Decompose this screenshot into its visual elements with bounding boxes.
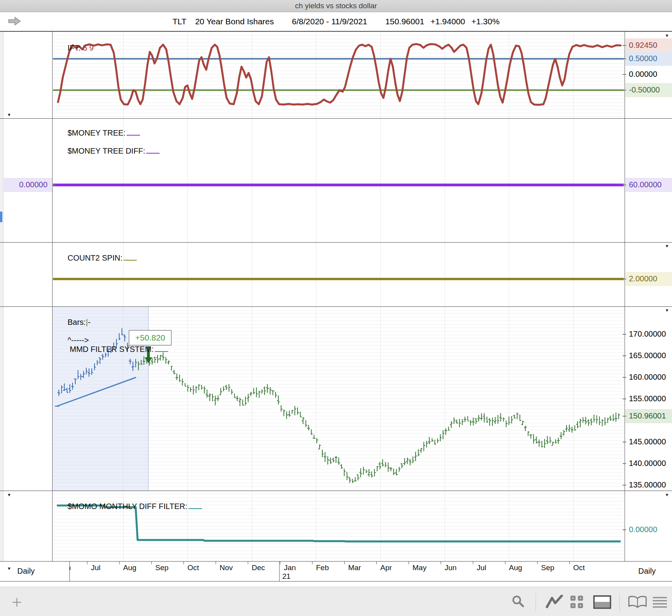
month-label: Feb (316, 563, 329, 572)
annotation-arrow-text: ^-----> (67, 336, 89, 344)
pane3-collapse-icon[interactable]: ▾ (666, 243, 668, 248)
axis-tick (623, 58, 626, 59)
last-price-axis-label: 150.96001 (625, 409, 672, 423)
window-titlebar[interactable]: ch yields vs stocks dollar (0, 0, 672, 12)
axis-tick (623, 355, 626, 356)
pane2-collapse-icon[interactable]: ▾ (8, 112, 11, 117)
left-gutter (4, 31, 52, 581)
month-tick (505, 561, 505, 564)
pane3-label: COUNT2 SPIN: (59, 245, 137, 272)
pane-separator-3[interactable] (0, 306, 672, 307)
plot-left-border (52, 31, 53, 581)
header-separator (0, 31, 672, 32)
axis-tick (623, 399, 626, 399)
axis-tick (623, 74, 626, 75)
ift-params: 5 9 (83, 43, 94, 52)
month-label: Oct (187, 563, 199, 572)
right-timeframe-button[interactable]: Daily (625, 561, 672, 581)
pane5-collapse-icon[interactable]: ▾ (666, 492, 668, 497)
month-label: Aug (123, 563, 136, 572)
year-separator (279, 561, 280, 581)
price-axis-label: 135.00000 (625, 478, 672, 492)
pane4-collapse-icon[interactable]: ▾ (666, 308, 668, 313)
axis-tick (623, 485, 626, 486)
book-icon[interactable] (627, 595, 648, 611)
month-label: Jul (477, 563, 486, 572)
pane2-label: $MONEY TREE: $MONEY TREE DIFF: (59, 120, 160, 165)
price-change: +1.94000 (430, 17, 465, 26)
count2-value-blank (124, 254, 137, 261)
zoom-icon[interactable] (511, 595, 525, 611)
year-label: 21 (282, 572, 291, 581)
money-tree-diff-value-blank (146, 147, 160, 154)
pane1-collapse-icon[interactable]: ▾ (666, 33, 668, 38)
month-tick (119, 561, 120, 564)
momo-value-blank (189, 502, 202, 509)
price-axis-label: 165.00000 (625, 349, 672, 363)
symbol: TLT (173, 17, 187, 26)
list-icon[interactable] (652, 596, 668, 610)
timeframe-collapse-icon[interactable]: ▾ (8, 566, 11, 571)
money-tree-value-blank (127, 129, 140, 136)
month-tick (537, 561, 538, 564)
add-icon[interactable] (11, 596, 23, 610)
money-tree-left-axis-label: 0.00000 (3, 178, 52, 192)
axis-tick (623, 416, 626, 417)
pane-separator-2[interactable] (0, 242, 672, 243)
axis-tick (623, 185, 626, 185)
ift-pane-series (53, 44, 624, 105)
month-label: Apr (380, 563, 392, 572)
pane5-label: $MOMO MONTHLY DIFF FILTER: (59, 493, 202, 520)
month-label: Jul (91, 563, 100, 572)
pane-separator-4[interactable] (0, 491, 672, 491)
chart-header: TLT 20 Year Bond Ishares 6/8/2020 - 11/9… (0, 12, 672, 31)
month-tick (376, 561, 377, 564)
date-range: 6/8/2020 - 11/9/2021 (292, 17, 367, 26)
date-axis[interactable]: JunJulAugSepOctNovDecJanFebMarAprMayJunJ… (0, 561, 672, 581)
month-tick (473, 561, 473, 564)
axis-tick (52, 185, 56, 185)
toolbar-divider-2 (619, 593, 620, 611)
window-title: ch yields vs stocks dollar (295, 2, 377, 10)
header-quote-line: TLT 20 Year Bond Ishares 6/8/2020 - 11/9… (0, 12, 672, 31)
month-label: Sep (541, 563, 554, 572)
month-label: Nov (220, 563, 233, 572)
price-axis-label: 160.00000 (625, 370, 672, 384)
axis-tick (623, 334, 626, 335)
charting-app-window: ch yields vs stocks dollar TLT 20 Year B… (0, 0, 672, 616)
flash-chart-icon[interactable] (546, 595, 563, 611)
axis-tick (623, 90, 626, 91)
right-axis-gutter[interactable] (625, 31, 672, 581)
axis-tick (623, 377, 626, 378)
pane-separator-1[interactable] (0, 118, 672, 119)
scroll-position-marker[interactable] (0, 212, 2, 222)
axis-tick (623, 463, 626, 464)
toolbar-divider-1 (536, 593, 536, 611)
pane5-left-collapse-icon[interactable]: ▾ (8, 492, 11, 497)
month-tick (409, 561, 409, 564)
month-tick (183, 561, 184, 564)
month-label: May (412, 563, 427, 572)
month-label: Jun (445, 563, 457, 572)
price-axis-label: 155.00000 (625, 392, 672, 406)
month-tick (312, 561, 312, 564)
month-tick (280, 561, 280, 564)
month-tick (87, 561, 87, 564)
month-tick (441, 561, 441, 564)
month-label: Dec (252, 563, 265, 572)
left-scroll-strip[interactable] (0, 31, 4, 581)
month-tick (248, 561, 248, 564)
month-label: Oct (573, 563, 585, 572)
month-label: Mar (348, 563, 361, 572)
price-callout: +50.820 (129, 330, 172, 346)
money-tree-right-axis-label: 60.00000 (625, 178, 672, 192)
month-tick (344, 561, 345, 564)
mmd-value-blank (155, 345, 168, 352)
month-label: Sep (155, 563, 169, 572)
panel-view-icon[interactable] (593, 595, 612, 611)
layout-grid-icon[interactable] (569, 594, 585, 611)
ift-axis-label: 0.00000 (625, 67, 672, 82)
momo-axis-label: 0.00000 (625, 523, 672, 537)
axis-tick (623, 529, 626, 530)
month-tick (569, 561, 570, 564)
